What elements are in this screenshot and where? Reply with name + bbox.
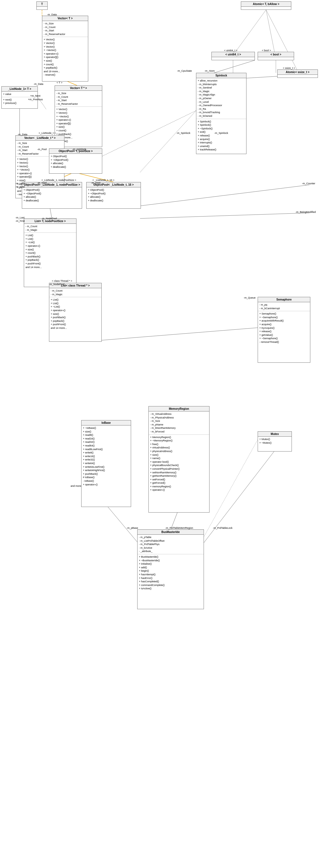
label-m-first-1: -m_First (15, 185, 25, 188)
box-vector-t-methods: + Vector() + Vector() + Vector() + ~Vect… (42, 37, 88, 78)
box-objectpool-listnode1: ObjectPool< _ListNode_1, nodePoolSize > … (22, 182, 82, 209)
box-vector-listnode-title: Vector< _ListNode_t * > (16, 135, 64, 141)
box-vector-t: Vector< T > - m_Size - m_Count - m_Start… (42, 16, 88, 82)
label-m-pool-3: -m_Pool (91, 182, 100, 184)
label-m-prdtable-lock: -m_PrdTableLock (213, 527, 232, 529)
box-listnode1: _ListNode_1< T > + value + next() + prev… (1, 86, 38, 109)
label-m-nodepool-2: -m_NodePool (49, 283, 64, 286)
svg-line-3 (266, 10, 297, 69)
box-busmasteride-methods: + BusMasterIde() + ~BusMasterIde() + ini… (137, 554, 203, 591)
box-vector-t-title: Vector< T > (42, 16, 88, 21)
box-busmasteride-attrs: - m_pTable - m_ListPrdTableOffset - m_Pr… (137, 535, 203, 554)
box-objectpool-t: ObjectPool< T, poolSize > + ObjectPool()… (49, 149, 102, 174)
box-spinlock-title: Spinlock (196, 73, 246, 78)
box-objectpool-t-methods: + ObjectPool() + ~ObjectPool() + allocat… (49, 154, 102, 169)
label-m-first-2: -m_First (15, 220, 25, 222)
box-atomic-t-title: Atomic< T, bAllow > (241, 2, 291, 7)
svg-line-21 (105, 504, 137, 542)
box-vector-tptr-attrs: - m_Size - m_Count - m_Start - m_Reserve… (55, 91, 102, 107)
box-objectpool-listnode16: ObjectPool< _ListNode_t, 16 > + ObjectPo… (86, 182, 141, 209)
label-m-last-1: -m_Last (15, 182, 25, 185)
box-mutex: Mutex + Mutex() + ~Mutex() (258, 431, 292, 452)
box-T-title: T (37, 2, 47, 7)
label-listnode-16: < _ListNode_t, 16 > (92, 179, 115, 182)
label-m-spinlock-3: -m_Spinlock (214, 132, 228, 134)
svg-line-8 (36, 95, 46, 109)
label-m-previous: +m_Previous (28, 98, 43, 101)
label-m-next: +m_Next (30, 94, 40, 97)
label-bool: < bool > (262, 49, 271, 52)
box-spinlock-methods: + Spinlock() + Spinlock() + ~Spinlock() … (196, 119, 246, 152)
box-spinlock-attrs: + allow_recursion - m_bNInterrupts - m_S… (196, 78, 246, 119)
box-mutex-title: Mutex (258, 432, 292, 437)
box-memoryregion-methods: + MemoryRegion() + ~MemoryRegion() + fre… (149, 435, 209, 493)
box-semaphore: Semaphore - m_pq - m_bCanInterrupt + Sem… (258, 297, 310, 363)
box-memoryregion-title: MemoryRegion (149, 406, 209, 411)
box-atomic-ssize-title: Atomic< ssize_t > (278, 70, 318, 75)
box-iobase-title: IoBase (82, 421, 131, 426)
label-m-cpustate: -m_CpuState (177, 69, 192, 72)
diagram-container: T Atomic< T, bAllow > < uint64_t > < boo… (0, 0, 319, 868)
box-objectpool-listnode1-methods: + ObjectPool() + ~ObjectPool() + allocat… (22, 187, 82, 203)
label-m-pool-2: -m_Pool (37, 182, 47, 184)
box-mutex-methods: + Mutex() + ~Mutex() (258, 437, 292, 445)
svg-line-1 (232, 10, 266, 56)
box-memoryregion-attrs: - m_VirtualAddress - m_PhysicalAddress -… (149, 411, 209, 435)
svg-line-14 (101, 328, 258, 340)
label-m-spinlock-2: -m_Spinlock (177, 132, 190, 134)
label-m-pbase: -m_pBase (127, 527, 138, 529)
box-list-thread-methods: + List() + List() + ~List() + operator=(… (49, 297, 101, 331)
svg-line-12 (50, 207, 52, 218)
box-semaphore-attrs: - m_pq - m_bCanInterrupt (258, 302, 310, 311)
box-list-t-nodepool: List< T, nodePoolSize > - m_Count - m_Ma… (24, 218, 76, 287)
box-list-t-nodepool-attrs: - m_Count - m_Magic (24, 224, 76, 233)
label-m-counter: -m_Counter (302, 182, 315, 185)
label-m-nodepool-1: -m_NodePool (41, 217, 57, 220)
box-iobase: IoBase + ~IoBase() + size() + read8() + … (81, 420, 131, 507)
box-objectpool-listnode1-title: ObjectPool< _ListNode_1, nodePoolSize > (22, 182, 82, 187)
box-atomic-uint64-title: < uint64_t > (212, 52, 255, 57)
box-list-thread: List< class Thread * > - m_Count - m_Mag… (49, 283, 102, 342)
label-listnode1-nodepoolsize: <_ListNode_1, nodePoolSize > (41, 179, 76, 182)
box-busmasteride: BusMasterIde - m_pTable - m_ListPrdTable… (137, 529, 204, 609)
svg-line-2 (266, 10, 275, 52)
box-atomic-t: Atomic< T, bAllow > (241, 1, 291, 10)
box-busmasteride-title: BusMasterIde (137, 530, 203, 535)
label-listnode-t: <_ListNode_t > (39, 132, 56, 134)
label-ssize-t: < ssize_t > (283, 67, 295, 69)
label-m-pool-1: -m_Pool (37, 148, 47, 151)
label-m-data-3: -m_Data (18, 133, 27, 136)
box-atomic-ssize: Atomic< ssize_t > (277, 69, 318, 78)
label-m-data-1: -m_Data (47, 13, 57, 16)
label-class-thread: < class Thread * > (52, 280, 72, 282)
label-m-atom: -m_Atom (204, 69, 215, 72)
box-list-thread-attrs: - m_Count - m_Magic (49, 288, 101, 297)
label-m-data-2: -m_Data (34, 83, 43, 86)
label-m-spinlock-1: -m_Spinlock (72, 148, 86, 151)
box-list-t-nodepool-methods: + List() + List() + ~List() + operator=(… (24, 233, 76, 270)
box-memoryregion: MemoryRegion - m_VirtualAddress - m_Phys… (149, 406, 210, 513)
box-T: T (36, 1, 47, 10)
box-atomic-uint64: < uint64_t > (212, 52, 255, 60)
box-atomic-bool-title: < bool > (258, 52, 294, 57)
label-m-last-2: -m_Last (15, 216, 25, 219)
box-atomic-bool: < bool > (258, 52, 294, 60)
svg-line-20 (140, 213, 310, 218)
svg-line-16 (140, 111, 196, 172)
svg-line-24 (203, 451, 275, 544)
label-uint64-t: < uint64_t > (224, 49, 237, 52)
box-vector-t-attrs: - m_Size - m_Count - m_Start - m_Reserve… (42, 21, 88, 37)
label-m-prdtable-memregion: -m_PrdTableMemRegion (165, 527, 193, 529)
svg-line-19 (140, 185, 310, 206)
label-and-more: and more (71, 485, 81, 487)
box-semaphore-title: Semaphore (258, 297, 310, 302)
box-semaphore-methods: + Semaphore() + ~Semaphore() + acquireWi… (258, 311, 310, 344)
label-t-tmpl: < T > (57, 81, 62, 84)
box-listnode1-title: _ListNode_1< T > (2, 87, 37, 92)
box-iobase-methods: + ~IoBase() + size() + read8() + read16(… (82, 426, 131, 487)
label-m-beingmodified: -m_BeingModified (295, 211, 316, 213)
box-spinlock: Spinlock + allow_recursion - m_bNInterru… (196, 73, 247, 154)
box-vector-tptr-title: Vector< T * > (55, 86, 102, 91)
label-m-queue: -m_Queue (244, 296, 256, 299)
box-objectpool-listnode16-methods: + ObjectPool() + ~ObjectPool() + allocat… (87, 187, 140, 203)
